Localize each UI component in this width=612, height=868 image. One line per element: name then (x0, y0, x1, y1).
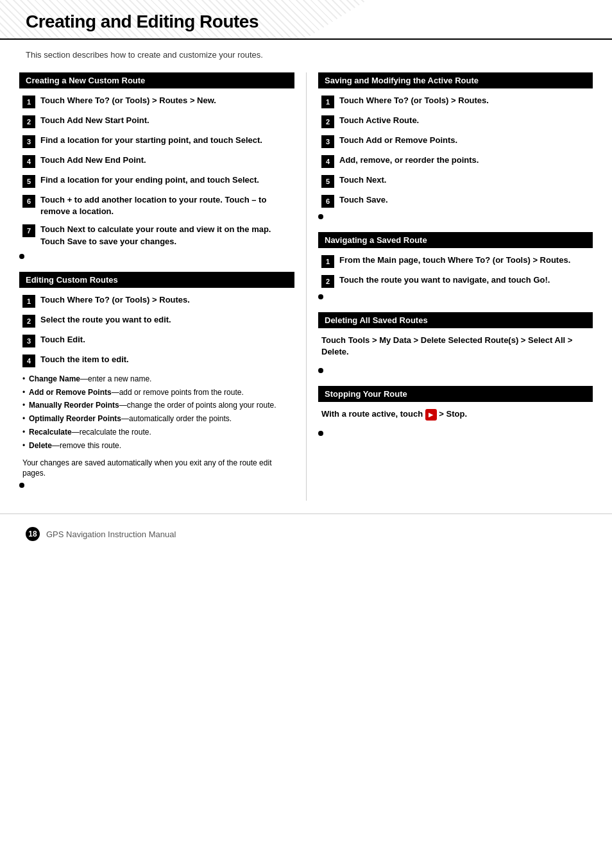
step-num-1: 1 (22, 96, 35, 108)
step-item: 1 Touch Where To? (or Tools) > Routes. (318, 95, 593, 108)
section-header-navigating: Navigating a Saved Route (318, 232, 593, 248)
step-list-navigating: 1 From the Main page, touch Where To? (o… (318, 255, 593, 288)
step-item: 3 Touch Add or Remove Points. (318, 135, 593, 148)
section-deleting: Deleting All Saved Routes Touch Tools > … (318, 312, 593, 373)
bullet-label: Add or Remove Points (29, 388, 112, 397)
step-num-2: 2 (22, 115, 35, 128)
page-footer: 18 GPS Navigation Instruction Manual (0, 513, 612, 554)
step-text-e4: Touch the item to edit. (40, 354, 129, 365)
step-item: 5 Find a location for your ending point,… (19, 174, 294, 188)
step-text-e2: Select the route you want to edit. (40, 314, 171, 326)
auto-save-text: Your changes are saved automatically whe… (19, 458, 294, 480)
bullet-list-editing: Change Name—enter a new name. Add or Rem… (19, 374, 294, 451)
bullet-item: Delete—remove this route. (22, 440, 294, 451)
step-text-s1: Touch Where To? (or Tools) > Routes. (339, 95, 489, 106)
step-num-s5: 5 (321, 175, 334, 188)
deleting-plain-text: Touch Tools > My Data > Delete Selected … (318, 335, 593, 364)
section-header-deleting: Deleting All Saved Routes (318, 312, 593, 328)
left-column: Creating a New Custom Route 1 Touch Wher… (19, 72, 306, 501)
bullet-item: Optimally Reorder Points—automatically o… (22, 413, 294, 424)
section-editing-routes: Editing Custom Routes 1 Touch Where To? … (19, 272, 294, 488)
step-item: 2 Select the route you want to edit. (19, 314, 294, 328)
step-num-s6: 6 (321, 195, 334, 208)
section-header-saving: Saving and Modifying the Active Route (318, 72, 593, 88)
section-divider (19, 254, 24, 259)
bullet-item: Manually Reorder Points—change the order… (22, 400, 294, 411)
step-text-5: Find a location for your ending point, a… (40, 174, 259, 186)
step-item: 1 Touch Where To? (or Tools) > Routes > … (19, 95, 294, 108)
step-text-s4: Add, remove, or reorder the points. (339, 154, 479, 166)
step-text-4: Touch Add New End Point. (40, 154, 146, 166)
step-num-s1: 1 (321, 96, 334, 108)
bullet-item: Change Name—enter a new name. (22, 374, 294, 385)
step-list-saving: 1 Touch Where To? (or Tools) > Routes. 2… (318, 95, 593, 208)
step-text-1: Touch Where To? (or Tools) > Routes > Ne… (40, 95, 216, 106)
step-text-s5: Touch Next. (339, 174, 386, 186)
step-text-s3: Touch Add or Remove Points. (339, 135, 457, 146)
section-divider (19, 483, 24, 488)
step-item: 5 Touch Next. (318, 174, 593, 188)
step-text-n2: Touch the route you want to navigate, an… (339, 274, 550, 286)
step-item: 4 Touch the item to edit. (19, 354, 294, 367)
bullet-label: Change Name (29, 374, 80, 383)
step-item: 3 Find a location for your starting poin… (19, 135, 294, 148)
step-item: 4 Add, remove, or reorder the points. (318, 154, 593, 168)
step-item: 2 Touch Active Route. (318, 115, 593, 128)
bullet-label: Recalculate (29, 428, 72, 437)
step-text-n1: From the Main page, touch Where To? (or … (339, 255, 570, 266)
page-number: 18 (26, 527, 40, 541)
section-navigating: Navigating a Saved Route 1 From the Main… (318, 232, 593, 299)
intro-text: This section describes how to create and… (0, 50, 612, 72)
step-num-5: 5 (22, 175, 35, 188)
stopping-text-before: With a route active, touch (321, 409, 423, 419)
step-item: 6 Touch + to add another location to you… (19, 194, 294, 217)
section-divider (318, 431, 323, 436)
step-num-7: 7 (22, 224, 35, 237)
page-header: Creating and Editing Routes (0, 0, 612, 40)
stop-icon (425, 409, 437, 421)
bullet-label: Optimally Reorder Points (29, 414, 121, 423)
section-creating-new-route: Creating a New Custom Route 1 Touch Wher… (19, 72, 294, 259)
step-list-creating: 1 Touch Where To? (or Tools) > Routes > … (19, 95, 294, 247)
section-saving-modifying: Saving and Modifying the Active Route 1 … (318, 72, 593, 219)
step-text-6: Touch + to add another location to your … (40, 194, 294, 217)
section-header-stopping: Stopping Your Route (318, 386, 593, 402)
step-text-e1: Touch Where To? (or Tools) > Routes. (40, 294, 190, 306)
footer-text: GPS Navigation Instruction Manual (46, 530, 176, 539)
step-num-s4: 4 (321, 155, 334, 168)
step-num-s2: 2 (321, 115, 334, 128)
page-title: Creating and Editing Routes (26, 12, 586, 32)
step-num-s3: 3 (321, 135, 334, 148)
step-item: 1 Touch Where To? (or Tools) > Routes. (19, 294, 294, 308)
step-item: 6 Touch Save. (318, 194, 593, 208)
step-item: 4 Touch Add New End Point. (19, 154, 294, 168)
bullet-label: Manually Reorder Points (29, 401, 119, 410)
section-stopping: Stopping Your Route With a route active,… (318, 386, 593, 436)
content-area: Creating a New Custom Route 1 Touch Wher… (0, 72, 612, 501)
section-divider (318, 368, 323, 373)
stopping-text-after: > Stop. (439, 409, 467, 419)
step-num-4: 4 (22, 155, 35, 168)
step-item: 1 From the Main page, touch Where To? (o… (318, 255, 593, 268)
step-text-7: Touch Next to calculate your route and v… (40, 224, 294, 247)
step-text-s6: Touch Save. (339, 194, 388, 206)
section-divider (318, 294, 323, 299)
step-num-3: 3 (22, 135, 35, 148)
step-num-6: 6 (22, 195, 35, 208)
section-divider (318, 214, 323, 219)
right-column: Saving and Modifying the Active Route 1 … (306, 72, 593, 501)
step-item: 7 Touch Next to calculate your route and… (19, 224, 294, 247)
step-num-n1: 1 (321, 255, 334, 268)
step-text-e3: Touch Edit. (40, 334, 85, 346)
stopping-plain-text: With a route active, touch > Stop. (318, 408, 593, 427)
step-text-3: Find a location for your starting point,… (40, 135, 262, 146)
bullet-item: Recalculate—recalculate the route. (22, 427, 294, 438)
step-item: 2 Touch the route you want to navigate, … (318, 274, 593, 288)
step-item: 3 Touch Edit. (19, 334, 294, 347)
bullet-label: Delete (29, 441, 52, 450)
section-header-creating: Creating a New Custom Route (19, 72, 294, 88)
bullet-item: Add or Remove Points—add or remove point… (22, 387, 294, 398)
step-num-e3: 3 (22, 335, 35, 347)
step-list-editing: 1 Touch Where To? (or Tools) > Routes. 2… (19, 294, 294, 367)
step-item: 2 Touch Add New Start Point. (19, 115, 294, 128)
